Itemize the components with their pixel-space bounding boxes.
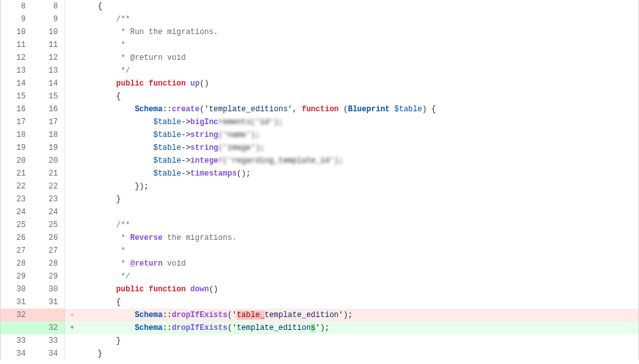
line-number-new[interactable]: 25 — [33, 219, 65, 232]
line-number-old[interactable]: 23 — [1, 193, 33, 206]
code-cell[interactable]: Schema::create('template_editions', func… — [79, 103, 638, 116]
line-number-old[interactable]: 33 — [1, 334, 33, 347]
line-number-old[interactable]: 9 — [1, 13, 33, 26]
line-number-old[interactable]: 31 — [1, 296, 33, 309]
code-cell[interactable]: /** — [79, 13, 638, 26]
code-cell[interactable]: /** — [79, 219, 638, 232]
code-cell[interactable]: { — [79, 90, 638, 103]
line-number-new[interactable]: 23 — [33, 193, 65, 206]
line-number-old[interactable]: 34 — [1, 347, 33, 360]
diff-row[interactable]: 88 { — [1, 0, 638, 13]
line-number-old[interactable]: 28 — [1, 257, 33, 270]
diff-row[interactable]: 1111 * — [1, 39, 638, 51]
code-cell[interactable]: * @return void — [79, 257, 638, 270]
code-cell[interactable]: * Run the migrations. — [79, 26, 638, 39]
line-number-old[interactable]: 22 — [1, 180, 33, 193]
diff-row[interactable]: 1616 Schema::create('template_editions',… — [1, 103, 638, 116]
code-cell[interactable]: $table->bigIncrements('id'); — [79, 116, 638, 129]
line-number-old[interactable]: 17 — [1, 116, 33, 129]
diff-row[interactable]: 1212 * @return void — [1, 51, 638, 64]
line-number-new[interactable]: 17 — [33, 116, 65, 129]
diff-row[interactable]: 1313 */ — [1, 64, 638, 77]
code-cell[interactable] — [79, 206, 638, 219]
code-cell[interactable]: * — [79, 244, 638, 257]
line-number-new[interactable]: 10 — [33, 26, 65, 39]
line-number-old[interactable]: 14 — [1, 77, 33, 90]
line-number-old[interactable]: 26 — [1, 232, 33, 244]
line-number-new[interactable]: 18 — [33, 129, 65, 141]
line-number-new[interactable]: 12 — [33, 51, 65, 64]
code-cell[interactable]: * @return void — [79, 51, 638, 64]
line-number-old[interactable]: 20 — [1, 154, 33, 167]
line-number-old[interactable]: 15 — [1, 90, 33, 103]
line-number-new[interactable]: 31 — [33, 296, 65, 309]
line-number-new[interactable]: 16 — [33, 103, 65, 116]
code-cell[interactable]: { — [79, 0, 638, 13]
line-number-new[interactable]: 21 — [33, 167, 65, 180]
diff-row[interactable]: 2929 */ — [1, 270, 638, 283]
diff-row[interactable]: 3333 } — [1, 334, 638, 347]
diff-row[interactable]: 1717 $table->bigIncrements('id'); — [1, 116, 638, 129]
code-cell[interactable]: */ — [79, 270, 638, 283]
code-cell[interactable]: public function up() — [79, 77, 638, 90]
code-cell[interactable]: } — [79, 347, 638, 360]
line-number-old[interactable]: 24 — [1, 206, 33, 219]
code-cell[interactable]: * — [79, 39, 638, 51]
code-cell[interactable]: */ — [79, 64, 638, 77]
diff-row[interactable]: 2828 * @return void — [1, 257, 638, 270]
line-number-old[interactable]: 27 — [1, 244, 33, 257]
line-number-old[interactable] — [1, 322, 33, 334]
code-cell[interactable]: $table->string('name'); — [79, 129, 638, 141]
diff-row[interactable]: 2121 $table->timestamps(); — [1, 167, 638, 180]
code-cell[interactable]: } — [79, 193, 638, 206]
diff-row[interactable]: 1515 { — [1, 90, 638, 103]
line-number-old[interactable]: 19 — [1, 141, 33, 154]
diff-row[interactable]: 1010 * Run the migrations. — [1, 26, 638, 39]
line-number-new[interactable]: 27 — [33, 244, 65, 257]
diff-row[interactable]: 2222 }); — [1, 180, 638, 193]
diff-row[interactable]: 3030 public function down() — [1, 283, 638, 296]
line-number-old[interactable]: 30 — [1, 283, 33, 296]
diff-row[interactable]: 3434 } — [1, 347, 638, 360]
code-cell[interactable]: } — [79, 334, 638, 347]
line-number-old[interactable]: 18 — [1, 129, 33, 141]
diff-row[interactable]: 2424 — [1, 206, 638, 219]
diff-row[interactable]: 99 /** — [1, 13, 638, 26]
line-number-new[interactable]: 9 — [33, 13, 65, 26]
code-cell[interactable]: $table->integer('regarding_template_id')… — [79, 154, 638, 167]
diff-row[interactable]: 2626 * Reverse the migrations. — [1, 232, 638, 244]
line-number-new[interactable]: 14 — [33, 77, 65, 90]
line-number-new[interactable]: 32 — [33, 322, 65, 334]
line-number-old[interactable]: 13 — [1, 64, 33, 77]
diff-row[interactable]: 1414 public function up() — [1, 77, 638, 90]
code-cell[interactable]: }); — [79, 180, 638, 193]
line-number-new[interactable]: 19 — [33, 141, 65, 154]
line-number-old[interactable]: 12 — [1, 51, 33, 64]
diff-row[interactable]: 32+ Schema::dropIfExists('template_editi… — [1, 322, 638, 334]
diff-row[interactable]: 1919 $table->string('image'); — [1, 141, 638, 154]
line-number-new[interactable]: 24 — [33, 206, 65, 219]
diff-row[interactable]: 2727 * — [1, 244, 638, 257]
line-number-new[interactable]: 33 — [33, 334, 65, 347]
line-number-old[interactable]: 11 — [1, 39, 33, 51]
code-cell[interactable]: * Reverse the migrations. — [79, 232, 638, 244]
diff-row[interactable]: 2020 $table->integer('regarding_template… — [1, 154, 638, 167]
diff-row[interactable]: 2323 } — [1, 193, 638, 206]
line-number-old[interactable]: 16 — [1, 103, 33, 116]
line-number-old[interactable]: 32 — [1, 309, 33, 322]
code-cell[interactable]: $table->timestamps(); — [79, 167, 638, 180]
code-cell[interactable]: { — [79, 296, 638, 309]
line-number-new[interactable]: 29 — [33, 270, 65, 283]
line-number-new[interactable]: 22 — [33, 180, 65, 193]
line-number-new[interactable]: 30 — [33, 283, 65, 296]
line-number-old[interactable]: 10 — [1, 26, 33, 39]
line-number-old[interactable]: 8 — [1, 0, 33, 13]
code-cell[interactable]: public function down() — [79, 283, 638, 296]
diff-row[interactable]: 3131 { — [1, 296, 638, 309]
code-cell[interactable]: $table->string('image'); — [79, 141, 638, 154]
line-number-new[interactable]: 11 — [33, 39, 65, 51]
line-number-new[interactable]: 28 — [33, 257, 65, 270]
line-number-new[interactable]: 26 — [33, 232, 65, 244]
diff-row[interactable]: 2525 /** — [1, 219, 638, 232]
line-number-new[interactable]: 13 — [33, 64, 65, 77]
